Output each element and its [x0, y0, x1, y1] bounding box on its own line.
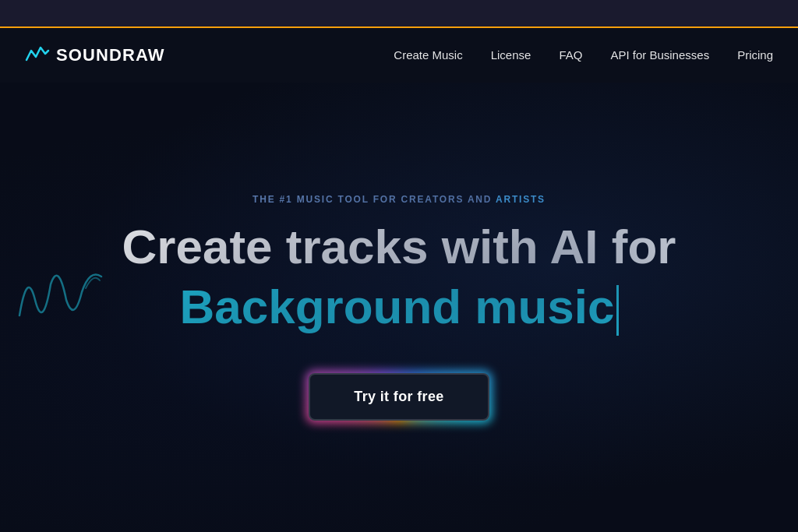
banner-scroll: TRIPPIE COLLAB SALE TRIPPIE REDD 50% OFF… — [0, 8, 798, 19]
nav-api-businesses[interactable]: API for Businesses — [610, 48, 709, 62]
nav-create-music[interactable]: Create Music — [394, 48, 462, 62]
hero-subtitle: THE #1 MUSIC TOOL FOR CREATORS AND ARTIS… — [252, 194, 546, 205]
cta-wrapper: Try it for free — [309, 373, 489, 421]
hero-title-main: Create tracks with AI for — [122, 220, 676, 273]
waveform-decoration — [16, 261, 109, 354]
logo-link[interactable]: SOUNDRAW — [25, 43, 165, 68]
try-free-button[interactable]: Try it for free — [309, 373, 489, 421]
hero-title-dynamic: Background music — [179, 280, 618, 336]
navbar: SOUNDRAW Create Music License FAQ API fo… — [0, 28, 798, 83]
nav-faq[interactable]: FAQ — [559, 48, 582, 62]
hero-section: THE #1 MUSIC TOOL FOR CREATORS AND ARTIS… — [0, 83, 798, 532]
nav-license[interactable]: License — [491, 48, 531, 62]
logo-text: SOUNDRAW — [56, 45, 165, 65]
nav-pricing[interactable]: Pricing — [737, 48, 773, 62]
nav-menu: Create Music License FAQ API for Busines… — [394, 48, 773, 62]
text-cursor — [616, 285, 619, 336]
logo-icon — [25, 43, 50, 68]
announcement-banner: TRIPPIE COLLAB SALE TRIPPIE REDD 50% OFF… — [0, 0, 798, 28]
